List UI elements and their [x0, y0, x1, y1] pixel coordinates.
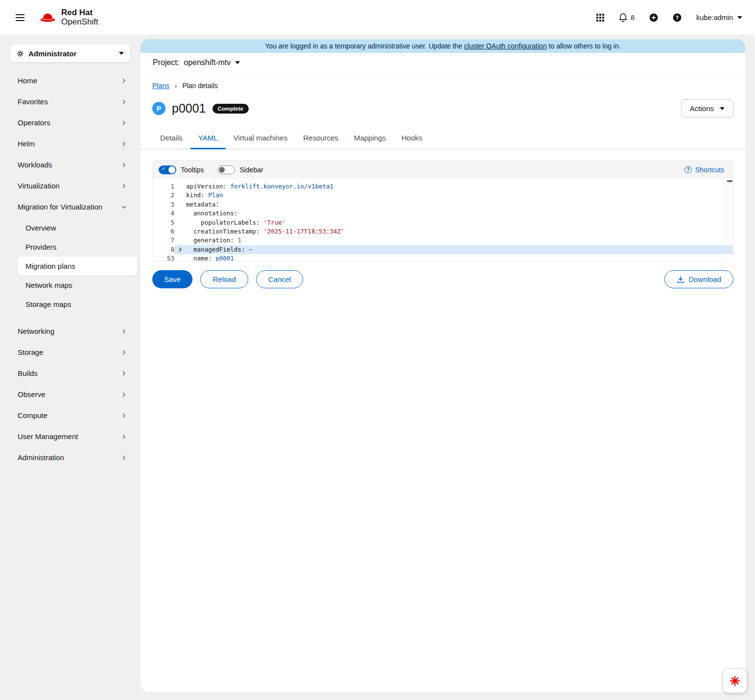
perspective-switcher[interactable]: Administrator [10, 45, 130, 62]
cancel-button[interactable]: Cancel [256, 270, 304, 288]
tab-resources[interactable]: Resources [295, 128, 346, 149]
sidebar-item-home[interactable]: Home [0, 70, 141, 91]
shortcuts-link[interactable]: ? Shortcuts [684, 166, 727, 174]
sidebar-item-network-maps[interactable]: Network maps [18, 276, 138, 295]
line-number: 7 [153, 236, 174, 245]
sidebar-item-label: User Management [18, 432, 78, 441]
yaml-line-1[interactable]: 1apiVersion: forklift.konveyor.io/v1beta… [153, 182, 733, 191]
fold-spacer [174, 182, 186, 191]
app-launcher-button[interactable] [596, 14, 604, 22]
download-icon [677, 276, 684, 283]
chevron-right-icon [121, 455, 126, 460]
sidebar-item-favorites[interactable]: Favorites [0, 91, 141, 112]
help-button[interactable]: ? [673, 13, 682, 22]
sidebar-item-label: Compute [18, 411, 47, 420]
plan-resource-icon: P [152, 102, 165, 115]
download-button[interactable]: Download [664, 270, 733, 288]
sidebar-item-compute[interactable]: Compute [0, 405, 141, 426]
sidebar-toggle[interactable]: ✓ Sidebar [217, 165, 263, 174]
sidebar-item-migration-for-virtualization[interactable]: Migration for Virtualization [0, 196, 141, 217]
sidebar-item-label: Workloads [18, 161, 52, 169]
sidebar-item-administration[interactable]: Administration [0, 447, 141, 468]
tab-details[interactable]: Details [152, 128, 190, 149]
sidebar-sub-list: OverviewProvidersMigration plansNetwork … [0, 218, 141, 314]
tab-virtual-machines[interactable]: Virtual machines [226, 128, 296, 149]
help-circle-icon: ? [684, 166, 692, 173]
yaml-line-6[interactable]: 6 creationTimestamp: '2025-11-17T18:53:3… [153, 227, 733, 236]
username: kube:admin [696, 14, 733, 22]
chevron-right-icon [121, 350, 126, 355]
feedback-widget-button[interactable] [723, 669, 747, 693]
line-number: 3 [153, 200, 174, 209]
chevron-right-icon [121, 371, 126, 376]
main-content: You are logged in as a temporary adminis… [141, 39, 745, 692]
yaml-line-8[interactable]: 8 managedFields: ⋯ [153, 245, 733, 254]
sidebar-item-observe[interactable]: Observe [0, 384, 141, 405]
project-selector[interactable]: Project: openshift-mtv [153, 58, 240, 67]
sidebar-item-workloads[interactable]: Workloads [0, 154, 141, 175]
sidebar-item-providers[interactable]: Providers [18, 237, 138, 257]
brand-line1: Red Hat [61, 8, 98, 18]
svg-text:?: ? [676, 14, 679, 20]
sidebar-item-helm[interactable]: Helm [0, 133, 141, 154]
yaml-line-3[interactable]: 3metadata: [153, 200, 733, 209]
page-title: p0001 [172, 101, 206, 116]
add-button[interactable] [649, 13, 658, 22]
sidebar-item-label: Helm [18, 140, 35, 148]
brand-logo: Red Hat OpenShift [38, 8, 98, 26]
page-header: P p0001 Complete Actions [152, 99, 733, 117]
fold-chevron-icon[interactable] [174, 245, 186, 254]
sidebar-item-storage[interactable]: Storage [0, 342, 141, 363]
yaml-editor[interactable]: 1apiVersion: forklift.konveyor.io/v1beta… [153, 179, 733, 261]
shortcuts-label: Shortcuts [695, 166, 724, 174]
sidebar-item-virtualization[interactable]: Virtualization [0, 175, 141, 196]
yaml-line-4[interactable]: 4 annotations: [153, 209, 733, 218]
yaml-line-53[interactable]: 53 name: p0001 [153, 254, 733, 261]
sidebar-item-operators[interactable]: Operators [0, 112, 141, 133]
alert-text-before: You are logged in as a temporary adminis… [265, 42, 464, 50]
red-burst-icon [729, 675, 741, 687]
sidebar-item-builds[interactable]: Builds [0, 363, 141, 384]
tab-hooks[interactable]: Hooks [394, 128, 430, 149]
line-number: 2 [153, 191, 174, 200]
caret-down-icon [119, 52, 124, 55]
project-label: Project: [153, 58, 179, 67]
sidebar-item-overview[interactable]: Overview [18, 218, 138, 237]
yaml-line-5[interactable]: 5 populatorLabels: 'True' [153, 218, 733, 227]
sidebar-switch-control[interactable]: ✓ [217, 165, 235, 174]
nav-toggle-button[interactable] [13, 11, 27, 24]
tab-yaml[interactable]: YAML [190, 128, 226, 149]
sidebar-item-storage-maps[interactable]: Storage maps [18, 295, 138, 314]
tab-mappings[interactable]: Mappings [346, 128, 394, 149]
sidebar-item-migration-plans[interactable]: Migration plans [18, 257, 138, 276]
perspective-label: Administrator [28, 49, 76, 58]
sidebar-item-label: Builds [18, 369, 38, 377]
sidebar-item-networking[interactable]: Networking [0, 321, 141, 342]
chevron-right-icon [121, 99, 126, 104]
line-content: managedFields: ⋯ [186, 245, 733, 254]
chevron-right-icon [121, 329, 126, 334]
sidebar-item-label: Home [18, 76, 37, 85]
editor-scrollbar[interactable] [726, 179, 733, 261]
yaml-line-2[interactable]: 2kind: Plan [153, 191, 733, 200]
nav-list: HomeFavoritesOperatorsHelmWorkloadsVirtu… [0, 70, 141, 468]
user-menu[interactable]: kube:admin [696, 14, 742, 22]
scrollbar-thumb[interactable] [727, 180, 732, 182]
yaml-line-7[interactable]: 7 generation: 1 [153, 236, 733, 245]
actions-dropdown[interactable]: Actions [681, 99, 733, 117]
sidebar-item-label: Operators [18, 118, 50, 127]
editor-actions: Save Reload Cancel Download [152, 270, 733, 288]
oauth-config-link[interactable]: cluster OAuth configuration [464, 42, 547, 50]
reload-button[interactable]: Reload [200, 270, 248, 288]
breadcrumb-plans-link[interactable]: Plans [152, 82, 169, 90]
notifications-button[interactable]: 8 [619, 13, 635, 22]
project-bar: Project: openshift-mtv [141, 53, 745, 73]
tooltips-toggle[interactable]: ✓ Tooltips [159, 165, 204, 174]
tooltips-switch-control[interactable]: ✓ [159, 165, 176, 174]
save-button[interactable]: Save [152, 270, 192, 288]
fold-spacer [174, 200, 186, 209]
plus-circle-icon [649, 13, 658, 22]
line-content: generation: 1 [186, 236, 733, 245]
brand-line2: OpenShift [61, 18, 98, 27]
sidebar-item-user-management[interactable]: User Management [0, 426, 141, 447]
